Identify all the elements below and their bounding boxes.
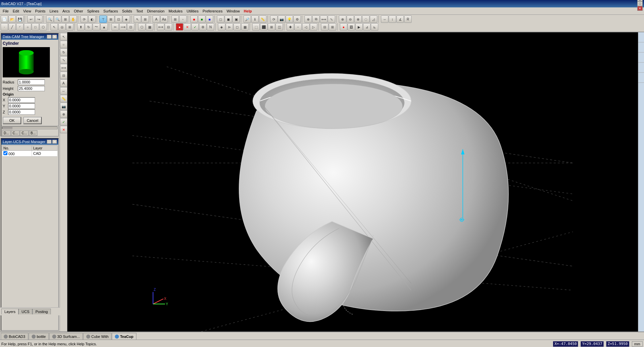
tab-bottle[interactable]: bottle — [29, 333, 49, 340]
menu-edit[interactable]: Edit — [11, 8, 21, 14]
tb2-trim[interactable]: ✂ — [111, 23, 119, 31]
tb2-feature4[interactable]: ◫ — [276, 23, 283, 31]
tb2-arrow-r[interactable]: ▷ — [310, 23, 317, 31]
tb2-plus[interactable]: ✚ — [287, 23, 294, 31]
layer-minimize[interactable]: _ — [47, 140, 52, 144]
datacam-scroll[interactable] — [1, 126, 58, 130]
tb-dim4[interactable]: R — [404, 15, 412, 23]
ok-button[interactable]: OK — [3, 117, 21, 124]
radius-input[interactable] — [18, 79, 45, 85]
tb2-loft[interactable]: ▲ — [100, 23, 108, 31]
tb-render[interactable]: ▣ — [232, 15, 240, 23]
tb2-img[interactable]: 🖼 — [348, 23, 355, 31]
right-btn-1[interactable] — [638, 32, 644, 42]
tb-chamfer[interactable]: ◿ — [370, 15, 377, 23]
tb-view-front[interactable]: ⊞ — [107, 15, 115, 23]
tb2-snap[interactable]: ◎ — [58, 23, 66, 31]
menu-arcs[interactable]: Arcs — [60, 8, 72, 14]
tb-rotate[interactable]: ⟳ — [80, 15, 88, 23]
tb2-cursor[interactable]: ↖ — [51, 23, 58, 31]
strip-flip[interactable]: ⟺ — [60, 64, 67, 71]
tab-bobcad3[interactable]: BobCAD3 — [1, 333, 28, 340]
close-button[interactable]: ✕ — [637, 6, 643, 11]
tb-color-r[interactable]: ■ — [190, 15, 198, 23]
tb-new[interactable]: 📄 — [1, 15, 8, 23]
tb-pan[interactable]: ✋ — [69, 15, 77, 23]
tb-dim2[interactable]: ↕ — [389, 15, 396, 23]
datacam-close[interactable]: ✕ — [52, 35, 57, 39]
tb2-feature3[interactable]: ⊞ — [268, 23, 275, 31]
tb-subtract[interactable]: ⊖ — [347, 15, 354, 23]
x-input[interactable] — [8, 97, 35, 103]
right-btn-4[interactable] — [638, 63, 644, 73]
datacam-tab-c1[interactable]: C... — [11, 130, 20, 136]
tb2-iso-view[interactable]: ◈ — [218, 23, 225, 31]
tb-copy[interactable]: ⧉ — [312, 15, 320, 23]
tb2-feature1[interactable]: ⬚ — [252, 23, 260, 31]
tb-select[interactable]: ↖ — [134, 15, 141, 23]
tb-view-iso[interactable]: ◈ — [123, 15, 130, 23]
menu-lines[interactable]: Lines — [47, 8, 60, 14]
tb-wireframe[interactable]: ◻ — [217, 15, 224, 23]
tb-zoom-out[interactable]: 🔍 — [54, 15, 61, 23]
panel-tab-layers[interactable]: Layers — [1, 309, 19, 314]
tab-teacup[interactable]: TeaCup — [112, 333, 136, 340]
layer-close[interactable]: ✕ — [52, 140, 57, 144]
tb-select-all[interactable]: ⊞ — [141, 15, 149, 23]
tb2-revolve[interactable]: ↻ — [85, 23, 92, 31]
tb2-cam[interactable]: ⚙ — [199, 23, 206, 31]
tb-shade[interactable]: ◼ — [225, 15, 232, 23]
menu-solids[interactable]: Solids — [120, 8, 134, 14]
tb2-hatch[interactable]: ▦ — [241, 23, 249, 31]
menu-modules[interactable]: Modules — [166, 8, 185, 14]
tb2-shell[interactable]: ⬡ — [138, 23, 146, 31]
tb-open[interactable]: 📂 — [8, 15, 16, 23]
tb-move[interactable]: ⊕ — [304, 15, 312, 23]
tb2-circle[interactable]: ○ — [24, 23, 31, 31]
strip-x-red[interactable]: ✕ — [60, 126, 67, 133]
strip-check-green[interactable]: ✓ — [60, 118, 67, 126]
tb-zoom-all[interactable]: ⊞ — [62, 15, 69, 23]
strip-align[interactable]: ⊟ — [60, 72, 67, 79]
tb2-layer[interactable]: ⊟ — [321, 23, 328, 31]
tb-snap-grid[interactable]: ⊞ — [171, 15, 179, 23]
strip-text[interactable]: A — [60, 79, 67, 87]
tb-redo[interactable]: ↪ — [35, 15, 42, 23]
panel-tab-ucs[interactable]: UCS — [19, 309, 32, 314]
tb-measure[interactable]: 📏 — [259, 15, 266, 23]
tb2-group[interactable]: ⊞ — [329, 23, 336, 31]
tb-refresh[interactable]: ⟳ — [270, 15, 278, 23]
tb-mirror[interactable]: ⟺ — [320, 15, 327, 23]
tb-intersect[interactable]: ⊗ — [354, 15, 362, 23]
tb-search[interactable]: 🔎 — [244, 15, 251, 23]
menu-file[interactable]: File — [1, 8, 11, 14]
tb-undo[interactable]: ↩ — [27, 15, 35, 23]
tb2-arrow-l[interactable]: ◁ — [302, 23, 310, 31]
tb-settings[interactable]: ⚙ — [293, 15, 301, 23]
tb2-import[interactable]: ⊾ — [371, 23, 378, 31]
right-btn-3[interactable] — [638, 53, 644, 63]
tb2-check[interactable]: ✓ — [191, 23, 199, 31]
datacam-tab-d[interactable]: D... — [2, 130, 11, 136]
tb2-align[interactable]: ⊟ — [165, 23, 172, 31]
tb-color-b[interactable]: ■ — [206, 15, 213, 23]
tb2-extend[interactable]: ⟶ — [119, 23, 127, 31]
tb2-sweep[interactable]: 〜 — [93, 23, 100, 31]
tb2-minus[interactable]: − — [294, 23, 302, 31]
tb2-grid[interactable]: ⊞ — [66, 23, 73, 31]
menu-text[interactable]: Text — [134, 8, 145, 14]
strip-move[interactable]: ⊕ — [60, 110, 67, 118]
menu-preferences[interactable]: Preferences — [200, 8, 224, 14]
tb-info[interactable]: ℹ — [251, 15, 259, 23]
menu-window[interactable]: Window — [225, 8, 242, 14]
tb2-offset[interactable]: ⊡ — [127, 23, 134, 31]
tb2-rect[interactable]: □ — [32, 23, 39, 31]
strip-camera[interactable]: 📷 — [60, 103, 67, 110]
tb-zoom-in[interactable]: 🔍 — [46, 15, 54, 23]
strip-scale[interactable]: ⤡ — [60, 56, 67, 64]
tb-dim3[interactable]: ∡ — [396, 15, 404, 23]
strip-dim[interactable]: ↔ — [60, 87, 67, 95]
strip-select[interactable]: ↖ — [60, 33, 67, 40]
tb2-poly[interactable]: ⬡ — [39, 23, 47, 31]
panel-tab-posting[interactable]: Posting — [32, 309, 51, 314]
